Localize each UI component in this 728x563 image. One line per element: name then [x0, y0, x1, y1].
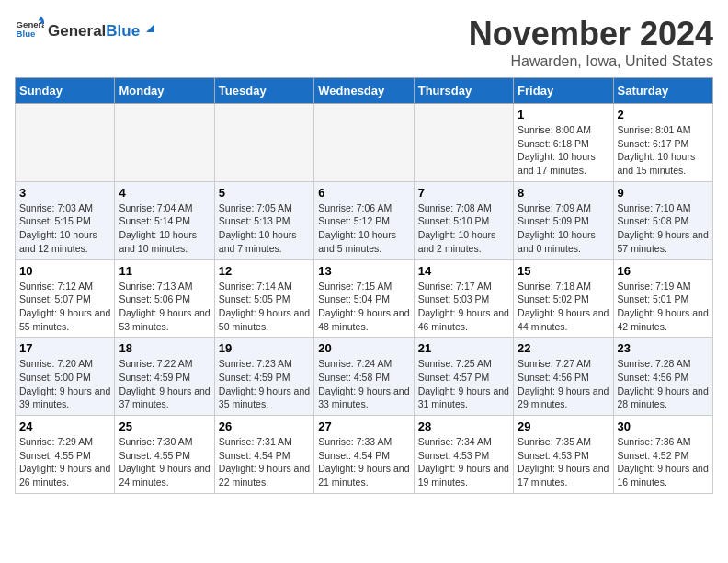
calendar-cell: 23Sunrise: 7:28 AM Sunset: 4:56 PM Dayli…: [613, 338, 712, 416]
day-number: 7: [418, 186, 509, 200]
week-row-3: 10Sunrise: 7:12 AM Sunset: 5:07 PM Dayli…: [16, 259, 713, 338]
logo-triangle-icon: [142, 19, 158, 36]
weekday-header-wednesday: Wednesday: [314, 78, 414, 104]
day-info: Sunrise: 7:36 AM Sunset: 4:52 PM Dayligh…: [618, 435, 709, 489]
logo-icon: General Blue: [15, 15, 44, 44]
day-info: Sunrise: 7:04 AM Sunset: 5:14 PM Dayligh…: [119, 201, 210, 256]
calendar-cell: 18Sunrise: 7:22 AM Sunset: 4:59 PM Dayli…: [115, 338, 214, 416]
month-title: November 2024: [469, 15, 713, 53]
day-info: Sunrise: 7:34 AM Sunset: 4:53 PM Dayligh…: [418, 435, 509, 489]
week-row-4: 17Sunrise: 7:20 AM Sunset: 5:00 PM Dayli…: [16, 338, 713, 416]
calendar-cell: 25Sunrise: 7:30 AM Sunset: 4:55 PM Dayli…: [115, 416, 214, 494]
day-info: Sunrise: 7:24 AM Sunset: 4:58 PM Dayligh…: [318, 357, 409, 411]
calendar-cell: [115, 104, 214, 182]
day-number: 21: [418, 341, 509, 355]
day-info: Sunrise: 7:35 AM Sunset: 4:53 PM Dayligh…: [518, 435, 609, 489]
day-number: 13: [318, 264, 409, 278]
day-info: Sunrise: 7:33 AM Sunset: 4:54 PM Dayligh…: [318, 435, 409, 489]
logo-general: General: [48, 22, 106, 40]
day-info: Sunrise: 7:12 AM Sunset: 5:07 PM Dayligh…: [19, 280, 110, 334]
day-info: Sunrise: 7:05 AM Sunset: 5:13 PM Dayligh…: [219, 201, 310, 256]
day-info: Sunrise: 7:15 AM Sunset: 5:04 PM Dayligh…: [318, 280, 409, 334]
day-info: Sunrise: 7:29 AM Sunset: 4:55 PM Dayligh…: [19, 435, 110, 489]
day-number: 25: [119, 419, 210, 433]
day-number: 16: [618, 264, 709, 278]
logo-blue: Blue: [106, 22, 140, 40]
calendar-cell: 20Sunrise: 7:24 AM Sunset: 4:58 PM Dayli…: [314, 338, 414, 416]
day-number: 27: [318, 419, 409, 433]
weekday-header-friday: Friday: [514, 78, 613, 104]
calendar-cell: 27Sunrise: 7:33 AM Sunset: 4:54 PM Dayli…: [314, 416, 414, 494]
day-number: 18: [119, 341, 210, 355]
calendar-cell: 28Sunrise: 7:34 AM Sunset: 4:53 PM Dayli…: [414, 416, 513, 494]
day-info: Sunrise: 7:25 AM Sunset: 4:57 PM Dayligh…: [418, 357, 509, 411]
calendar-cell: 17Sunrise: 7:20 AM Sunset: 5:00 PM Dayli…: [16, 338, 115, 416]
day-number: 2: [618, 108, 709, 121]
day-info: Sunrise: 7:28 AM Sunset: 4:56 PM Dayligh…: [618, 357, 709, 411]
calendar-cell: 8Sunrise: 7:09 AM Sunset: 5:09 PM Daylig…: [514, 181, 613, 259]
weekday-header-tuesday: Tuesday: [214, 78, 313, 104]
day-number: 14: [418, 264, 509, 278]
day-number: 11: [119, 264, 210, 278]
logo: General Blue General Blue: [15, 15, 158, 44]
calendar-cell: 10Sunrise: 7:12 AM Sunset: 5:07 PM Dayli…: [16, 259, 115, 338]
day-number: 19: [219, 341, 310, 355]
calendar-cell: [16, 104, 115, 182]
calendar-cell: 1Sunrise: 8:00 AM Sunset: 6:18 PM Daylig…: [514, 104, 613, 182]
calendar-cell: 19Sunrise: 7:23 AM Sunset: 4:59 PM Dayli…: [214, 338, 313, 416]
day-info: Sunrise: 7:19 AM Sunset: 5:01 PM Dayligh…: [618, 280, 709, 334]
day-number: 10: [19, 264, 110, 278]
svg-marker-4: [146, 24, 154, 32]
day-info: Sunrise: 7:17 AM Sunset: 5:03 PM Dayligh…: [418, 280, 509, 334]
calendar-cell: 12Sunrise: 7:14 AM Sunset: 5:05 PM Dayli…: [214, 259, 313, 338]
calendar-cell: 4Sunrise: 7:04 AM Sunset: 5:14 PM Daylig…: [115, 181, 214, 259]
day-info: Sunrise: 7:18 AM Sunset: 5:02 PM Dayligh…: [518, 280, 609, 334]
calendar-cell: 30Sunrise: 7:36 AM Sunset: 4:52 PM Dayli…: [613, 416, 712, 494]
day-number: 22: [518, 341, 609, 355]
day-number: 6: [318, 186, 409, 200]
svg-marker-2: [39, 17, 44, 21]
day-number: 30: [618, 419, 709, 433]
calendar-cell: 5Sunrise: 7:05 AM Sunset: 5:13 PM Daylig…: [214, 181, 313, 259]
day-info: Sunrise: 7:22 AM Sunset: 4:59 PM Dayligh…: [119, 357, 210, 411]
day-number: 26: [219, 419, 310, 433]
day-info: Sunrise: 7:09 AM Sunset: 5:09 PM Dayligh…: [518, 201, 609, 256]
calendar-cell: 11Sunrise: 7:13 AM Sunset: 5:06 PM Dayli…: [115, 259, 214, 338]
day-info: Sunrise: 7:23 AM Sunset: 4:59 PM Dayligh…: [219, 357, 310, 411]
calendar-cell: [214, 104, 313, 182]
day-info: Sunrise: 7:30 AM Sunset: 4:55 PM Dayligh…: [119, 435, 210, 489]
calendar-cell: 22Sunrise: 7:27 AM Sunset: 4:56 PM Dayli…: [514, 338, 613, 416]
weekday-header-sunday: Sunday: [16, 78, 115, 104]
calendar-cell: 6Sunrise: 7:06 AM Sunset: 5:12 PM Daylig…: [314, 181, 414, 259]
calendar-cell: 7Sunrise: 7:08 AM Sunset: 5:10 PM Daylig…: [414, 181, 513, 259]
day-number: 23: [618, 341, 709, 355]
calendar-cell: 9Sunrise: 7:10 AM Sunset: 5:08 PM Daylig…: [613, 181, 712, 259]
calendar-table: SundayMondayTuesdayWednesdayThursdayFrid…: [15, 77, 713, 494]
calendar-header-row: SundayMondayTuesdayWednesdayThursdayFrid…: [16, 78, 713, 104]
day-info: Sunrise: 7:06 AM Sunset: 5:12 PM Dayligh…: [318, 201, 409, 256]
calendar-cell: [414, 104, 513, 182]
calendar-cell: 3Sunrise: 7:03 AM Sunset: 5:15 PM Daylig…: [16, 181, 115, 259]
week-row-1: 1Sunrise: 8:00 AM Sunset: 6:18 PM Daylig…: [16, 104, 713, 182]
day-info: Sunrise: 7:27 AM Sunset: 4:56 PM Dayligh…: [518, 357, 609, 411]
weekday-header-thursday: Thursday: [414, 78, 513, 104]
day-number: 1: [518, 108, 609, 121]
day-number: 3: [19, 186, 110, 200]
calendar-cell: 13Sunrise: 7:15 AM Sunset: 5:04 PM Dayli…: [314, 259, 414, 338]
calendar-cell: 21Sunrise: 7:25 AM Sunset: 4:57 PM Dayli…: [414, 338, 513, 416]
day-number: 24: [19, 419, 110, 433]
calendar-cell: 16Sunrise: 7:19 AM Sunset: 5:01 PM Dayli…: [613, 259, 712, 338]
calendar-cell: 15Sunrise: 7:18 AM Sunset: 5:02 PM Dayli…: [514, 259, 613, 338]
calendar-cell: 26Sunrise: 7:31 AM Sunset: 4:54 PM Dayli…: [214, 416, 313, 494]
week-row-2: 3Sunrise: 7:03 AM Sunset: 5:15 PM Daylig…: [16, 181, 713, 259]
calendar-cell: 24Sunrise: 7:29 AM Sunset: 4:55 PM Dayli…: [16, 416, 115, 494]
calendar-cell: 14Sunrise: 7:17 AM Sunset: 5:03 PM Dayli…: [414, 259, 513, 338]
day-number: 12: [219, 264, 310, 278]
day-number: 28: [418, 419, 509, 433]
weekday-header-monday: Monday: [115, 78, 214, 104]
day-number: 8: [518, 186, 609, 200]
day-info: Sunrise: 7:08 AM Sunset: 5:10 PM Dayligh…: [418, 201, 509, 256]
page-header: General Blue General Blue November 2024 …: [15, 15, 713, 70]
day-info: Sunrise: 7:13 AM Sunset: 5:06 PM Dayligh…: [119, 280, 210, 334]
day-info: Sunrise: 7:20 AM Sunset: 5:00 PM Dayligh…: [19, 357, 110, 411]
